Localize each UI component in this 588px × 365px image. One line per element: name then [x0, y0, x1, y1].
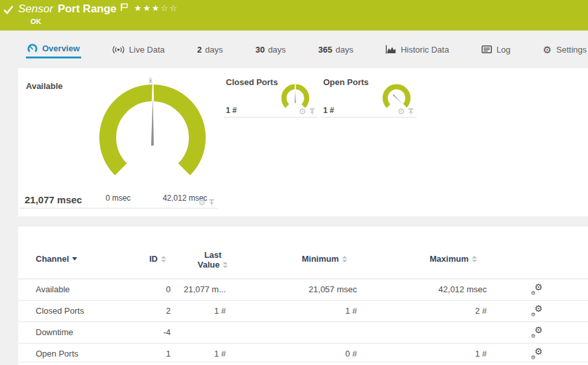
column-header-last-label: Last — [204, 250, 222, 260]
sensor-name: Port Range — [58, 3, 117, 16]
table-row-available[interactable]: Available 0 21,077 m... 21,057 msec 42,0… — [18, 279, 588, 301]
tab-live-data[interactable]: Live Data — [111, 40, 166, 58]
pin-icon[interactable] — [408, 108, 414, 116]
channel-minimum: 21,057 msec — [291, 279, 357, 300]
channel-maximum: 2 # — [421, 301, 487, 321]
gauge-title: Closed Ports — [226, 77, 278, 87]
gauges-panel: Available x̄ 0 msec 42,012 msec 21,077 m… — [18, 68, 588, 216]
flag-icon[interactable] — [121, 3, 128, 11]
channel-last-value: 1 # — [167, 301, 226, 321]
column-header-last-value[interactable]: Last Value — [184, 250, 242, 270]
sort-desc-caret-icon — [72, 257, 77, 260]
sort-arrows-icon — [472, 256, 477, 262]
gear-icon: ⚙ — [543, 45, 552, 55]
status-badge: OK — [31, 18, 42, 25]
channel-name: Closed Ports — [36, 301, 84, 321]
gauge-icon — [27, 44, 38, 54]
column-header-maximum[interactable]: Maximum — [408, 254, 477, 264]
channel-maximum: 1 # — [421, 344, 487, 364]
tab-bar: Overview Live Data 2 days 30 days 365 da… — [26, 40, 588, 60]
channel-id: -4 — [116, 322, 171, 343]
tab-365-days-label: days — [336, 45, 353, 55]
tab-2-days-number: 2 — [197, 45, 202, 55]
tab-2-days[interactable]: 2 days — [196, 40, 225, 58]
available-gauge-chart — [88, 69, 217, 199]
pin-icon[interactable] — [309, 108, 315, 116]
tab-log[interactable]: Log — [480, 40, 512, 58]
column-header-value-label: Value — [198, 260, 220, 270]
table-row-closed-ports[interactable]: Closed Ports 2 1 # 1 # 2 # ⚙⚙ — [18, 301, 588, 322]
channel-settings-icon[interactable]: ⚙⚙ — [530, 347, 544, 361]
tab-365-days-number: 365 — [318, 45, 332, 55]
channel-minimum: 1 # — [291, 301, 357, 321]
check-icon — [3, 5, 14, 14]
gauge-card-available: Available x̄ 0 msec 42,012 msec 21,077 m… — [19, 76, 217, 208]
channel-id: 2 — [116, 301, 171, 321]
tab-overview[interactable]: Overview — [26, 40, 81, 58]
table-row-downtime[interactable]: Downtime -4 ⚙⚙ — [18, 322, 588, 344]
channel-table-panel: Channel ID Last Value Minimum Maximum Av… — [18, 227, 588, 365]
channel-settings-icon[interactable]: ⚙⚙ — [530, 304, 544, 318]
channel-settings-icon[interactable]: ⚙⚙ — [530, 325, 544, 340]
live-icon — [112, 45, 125, 54]
column-header-channel[interactable]: Channel — [36, 254, 77, 264]
gauge-min-label: 0 msec — [89, 194, 147, 203]
tab-historic-data-label: Historic Data — [400, 45, 448, 55]
gauge-value: 21,077 msec — [25, 194, 82, 205]
tab-365-days[interactable]: 365 days — [317, 40, 354, 58]
table-header-row: Channel ID Last Value Minimum Maximum — [18, 227, 588, 279]
channel-maximum: 42,012 msec — [421, 279, 487, 300]
gauge-settings-icon[interactable]: ⚙ — [198, 198, 206, 207]
log-list-icon — [482, 45, 492, 53]
tab-historic-data[interactable]: Historic Data — [384, 40, 450, 58]
channel-minimum: 0 # — [291, 344, 357, 364]
tab-settings-label: Settings — [556, 45, 587, 55]
gauge-card-open-ports: Open Ports 1 # ⚙ — [321, 76, 417, 118]
tab-30-days-number: 30 — [255, 45, 264, 55]
column-header-maximum-label: Maximum — [430, 254, 469, 264]
sensor-status-header: Sensor Port Range ★★★☆☆ OK — [0, 0, 588, 31]
tab-live-data-label: Live Data — [129, 45, 165, 55]
channel-id: 1 — [116, 344, 171, 364]
gauge-value: 1 # — [323, 106, 334, 115]
column-header-minimum-label: Minimum — [302, 254, 339, 264]
pin-icon[interactable] — [208, 199, 215, 207]
gauge-title: Available — [26, 81, 63, 91]
tab-log-label: Log — [496, 45, 511, 55]
channel-last-value: 21,077 m... — [167, 279, 226, 300]
tab-settings[interactable]: ⚙ Settings — [542, 40, 588, 58]
area-chart-icon — [386, 45, 396, 54]
sort-arrows-icon — [161, 256, 166, 262]
channel-name: Downtime — [36, 322, 73, 343]
table-row-open-ports[interactable]: Open Ports 1 1 # 0 # 1 # ⚙⚙ — [18, 344, 588, 362]
mean-marker: x̄ — [146, 77, 155, 84]
channel-last-value: 1 # — [167, 344, 226, 364]
channel-name: Open Ports — [36, 344, 79, 364]
column-header-id-label: ID — [149, 254, 158, 264]
tab-30-days[interactable]: 30 days — [254, 40, 287, 58]
rating-stars[interactable]: ★★★☆☆ — [134, 3, 178, 13]
gauge-card-closed-ports: Closed Ports 1 # ⚙ — [224, 76, 318, 118]
channel-settings-icon[interactable]: ⚙⚙ — [530, 283, 544, 297]
tab-overview-label: Overview — [42, 44, 80, 53]
column-header-id[interactable]: ID — [116, 254, 166, 264]
gauge-settings-icon[interactable]: ⚙ — [397, 107, 405, 116]
gauge-value: 1 # — [226, 106, 237, 115]
sort-arrows-icon — [223, 262, 228, 268]
gauge-settings-icon[interactable]: ⚙ — [299, 107, 306, 116]
sort-arrows-icon — [342, 256, 347, 262]
tab-30-days-label: days — [268, 45, 286, 55]
column-header-channel-label: Channel — [36, 254, 69, 264]
channel-id: 0 — [116, 279, 171, 300]
tab-2-days-label: days — [205, 45, 223, 55]
channel-name: Available — [36, 279, 70, 300]
column-header-minimum[interactable]: Minimum — [278, 254, 347, 264]
sensor-kind-label: Sensor — [18, 3, 53, 16]
gauge-title: Open Ports — [323, 77, 369, 87]
